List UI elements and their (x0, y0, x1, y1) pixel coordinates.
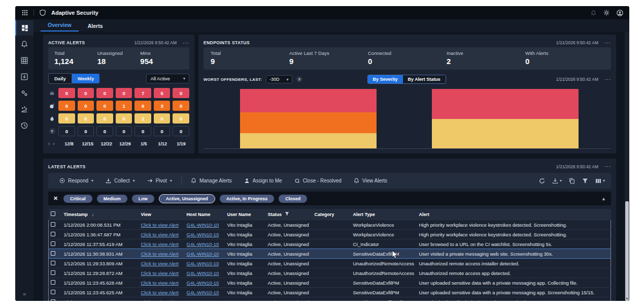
filter-icon[interactable] (582, 178, 588, 184)
row-checkbox[interactable] (51, 290, 55, 294)
chip-active-in-progress[interactable]: Active, In Progress (220, 195, 275, 203)
pivot-button[interactable]: Pivot▾ (142, 173, 177, 189)
row-checkbox[interactable] (51, 222, 55, 227)
alert-count-badge[interactable]: 0 (134, 126, 151, 136)
col-view[interactable]: View (139, 209, 185, 220)
col-user-name[interactable]: User Name (225, 209, 266, 220)
col-host-name[interactable]: Host Name (185, 209, 225, 220)
info-icon[interactable]: ? (296, 76, 302, 82)
table-row[interactable]: 1/12/2026 11:29:33.809 AMClick to view A… (49, 259, 611, 268)
clear-filters-icon[interactable]: ✕ (53, 195, 58, 202)
host-link[interactable]: G4L-WIN10-10 (187, 280, 219, 286)
table-row[interactable]: 1/9/2026 4:28:06.236 PMClick to view Ale… (49, 297, 611, 301)
host-link[interactable]: G4L-WIN10-10 (187, 261, 219, 266)
app-launcher-icon[interactable] (20, 8, 29, 17)
table-row[interactable]: 1/12/2026 11:37:55.419 AMClick to view A… (49, 239, 611, 249)
host-link[interactable]: G4L-WIN10-10 (187, 290, 219, 295)
scrollbar-down-arrow[interactable]: ▼ (625, 297, 629, 300)
alert-count-badge[interactable]: 0 (173, 101, 189, 111)
sidebar-item-settings[interactable] (15, 85, 33, 101)
view-alerts-button[interactable]: View Alerts (349, 173, 392, 189)
stacked-bar-2[interactable] (432, 87, 579, 148)
alert-count-badge[interactable]: 0 (154, 126, 171, 136)
alert-count-badge[interactable]: 5 (154, 88, 171, 98)
table-row[interactable]: 1/12/2026 11:23:45.625 AMClick to view A… (49, 288, 611, 297)
alert-count-badge[interactable]: 0 (96, 88, 113, 98)
week-prev-arrow[interactable]: ‹ (48, 141, 50, 146)
vertical-scrollbar[interactable]: ▼ (625, 32, 629, 301)
bar2-medium-segment[interactable] (432, 119, 579, 148)
alert-count-badge[interactable]: 0 (58, 88, 75, 98)
alert-count-badge[interactable]: 0 (78, 126, 94, 136)
export-download-icon[interactable]: ▾ (552, 178, 562, 184)
alert-count-badge[interactable]: 7 (134, 88, 151, 98)
active-alerts-menu-icon[interactable]: ··· (183, 40, 189, 46)
chip-critical[interactable]: Critical (63, 195, 92, 203)
alert-count-badge[interactable]: 0 (58, 101, 75, 111)
row-checkbox[interactable] (51, 280, 55, 285)
alert-count-badge[interactable]: 0 (96, 101, 113, 111)
alert-count-badge[interactable]: 0 (134, 101, 151, 111)
col-alert-type[interactable]: Alert Type (351, 209, 417, 220)
toggle-daily[interactable]: Daily (48, 73, 72, 84)
alert-count-badge[interactable]: 0 (173, 113, 189, 124)
col-timestamp[interactable]: Timestamp↓ (62, 209, 139, 220)
collect-button[interactable]: Collect▾ (100, 173, 140, 189)
view-alert-link[interactable]: Click to view Alert (141, 241, 179, 247)
alert-count-badge[interactable]: 0 (173, 88, 189, 98)
alert-count-badge[interactable]: 0 (78, 101, 94, 111)
host-link[interactable]: G4L-WIN11-01 (187, 299, 219, 301)
alert-count-badge[interactable]: 0 (78, 88, 94, 98)
sort-desc-icon[interactable]: ↓ (92, 212, 94, 217)
close-resolved-button[interactable]: Close - Resolved (289, 173, 347, 189)
status-filter-icon[interactable] (285, 212, 289, 217)
view-alert-link[interactable]: Click to view Alert (141, 232, 179, 237)
sidebar-expand-chevrons[interactable]: » (15, 291, 33, 297)
sidebar-item-inbox[interactable] (15, 69, 33, 84)
view-alert-link[interactable]: Click to view Alert (141, 222, 179, 228)
tab-alerts[interactable]: Alerts (81, 21, 110, 32)
alert-count-badge[interactable]: 0 (96, 126, 113, 136)
row-checkbox[interactable] (51, 261, 55, 265)
select-all-checkbox[interactable] (51, 211, 55, 216)
chip-medium[interactable]: Medium (97, 195, 127, 203)
refresh-icon[interactable] (539, 178, 545, 184)
chip-active-unassigned[interactable]: Active, Unassigned (159, 194, 215, 203)
view-alert-link[interactable]: Click to view Alert (141, 280, 179, 286)
col-status[interactable]: Status (266, 209, 313, 220)
alert-count-badge[interactable]: 0 (58, 113, 75, 124)
stacked-bar-1[interactable] (240, 87, 377, 148)
bar1-medium-segment[interactable] (240, 133, 377, 148)
bar2-critical-segment[interactable] (432, 89, 579, 119)
assign-to-me-button[interactable]: Assign to Me (239, 173, 287, 189)
host-link[interactable]: G4L-WIN10-10 (187, 270, 219, 276)
alert-filter-select[interactable]: All Active▾ (146, 74, 189, 83)
alert-count-badge[interactable]: 0 (78, 113, 94, 124)
collapse-chevron-up-icon[interactable]: ▲ (601, 196, 606, 201)
row-checkbox[interactable] (51, 299, 55, 301)
alert-count-badge[interactable]: 0 (116, 113, 132, 124)
host-link[interactable]: G4L-WIN10-10 (187, 222, 219, 228)
scrollbar-thumb[interactable] (625, 201, 629, 301)
table-row[interactable]: 1/12/2026 11:23:45.628 AMClick to view A… (49, 278, 611, 288)
row-checkbox[interactable] (51, 270, 55, 275)
sidebar-item-dashboard[interactable] (15, 20, 33, 36)
table-row[interactable]: 1/12/2026 2:00:08.531 PMClick to view Al… (49, 220, 611, 230)
notifications-bell-icon[interactable] (589, 8, 598, 17)
row-checkbox[interactable] (51, 251, 55, 256)
copy-icon[interactable] (569, 178, 575, 184)
host-link[interactable]: G4L-WIN10-10 (187, 241, 219, 247)
alert-count-badge[interactable]: 2 (134, 113, 151, 124)
chip-low[interactable]: Low (132, 195, 154, 203)
week-next-arrow[interactable]: › (53, 141, 54, 146)
col-category[interactable]: Category (313, 209, 351, 220)
alert-count-badge[interactable]: 0 (173, 126, 189, 136)
view-alert-link[interactable]: Click to view Alert (141, 299, 179, 301)
settings-gear-icon[interactable] (602, 8, 611, 17)
host-link[interactable]: G4L-WIN10-10 (187, 251, 219, 257)
sidebar-item-collect[interactable] (15, 102, 33, 117)
alert-count-badge[interactable]: 0 (116, 88, 132, 98)
row-checkbox[interactable] (51, 241, 55, 246)
respond-button[interactable]: Respond▾ (54, 173, 98, 189)
tab-overview[interactable]: Overview (41, 20, 79, 32)
